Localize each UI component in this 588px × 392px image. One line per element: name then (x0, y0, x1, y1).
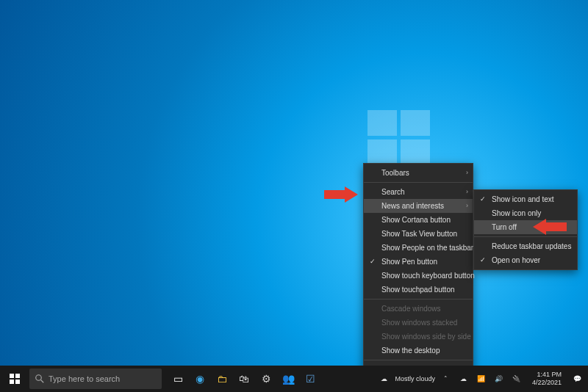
svg-point-6 (36, 375, 42, 381)
taskbar-search[interactable]: Type here to search (29, 369, 162, 389)
search-placeholder: Type here to search (49, 374, 120, 383)
svg-marker-1 (533, 219, 567, 235)
menu-stacked: Show windows stacked (364, 316, 473, 330)
system-tray: ☁ Mostly cloudy ˄ ☁ 📶 🔊 🔌 1:41 PM 4/22/2… (377, 366, 588, 392)
menu-separator (364, 299, 473, 300)
submenu-open-on-hover[interactable]: Open on hover (474, 253, 577, 267)
menu-separator (364, 182, 473, 183)
svg-rect-5 (15, 380, 20, 384)
menu-show-cortana[interactable]: Show Cortana button (364, 213, 473, 227)
menu-show-taskview[interactable]: Show Task View button (364, 227, 473, 241)
taskbar-clock[interactable]: 1:41 PM 4/22/2021 (528, 371, 566, 387)
svg-rect-2 (10, 374, 14, 378)
clock-time: 1:41 PM (532, 371, 562, 379)
pinned-store[interactable]: 🛍 (234, 366, 254, 392)
taskbar: Type here to search ▭ ◉ 🗀 🛍 ⚙ 👥 ☑ ☁ Most… (0, 366, 588, 392)
pinned-edge[interactable]: ◉ (190, 366, 210, 392)
pinned-settings[interactable]: ⚙ (256, 366, 276, 392)
weather-text: Mostly cloudy (395, 375, 435, 382)
search-icon (35, 374, 44, 383)
svg-rect-3 (15, 374, 20, 378)
menu-separator (474, 236, 577, 237)
menu-label: Toolbars (381, 169, 409, 177)
menu-cascade: Cascade windows (364, 302, 473, 316)
windows-logo-icon (10, 374, 20, 384)
pinned-explorer[interactable]: 🗀 (212, 366, 232, 392)
svg-rect-4 (10, 380, 14, 384)
taskview-button[interactable]: ▭ (168, 366, 188, 392)
menu-label: Show People on the taskbar (381, 244, 473, 252)
svg-line-7 (41, 380, 44, 383)
start-button[interactable] (0, 366, 29, 392)
tray-network-icon[interactable]: 📶 (475, 366, 488, 392)
submenu-reduce-updates[interactable]: Reduce taskbar updates (474, 239, 577, 253)
tray-chevron-up-icon[interactable]: ˄ (440, 366, 453, 392)
menu-label: Show Pen button (381, 258, 437, 266)
clock-date: 4/22/2021 (532, 379, 562, 387)
chevron-right-icon: › (466, 169, 468, 176)
chevron-right-icon: › (466, 188, 468, 195)
menu-label: Search (381, 188, 405, 196)
menu-label: Show Task View button (381, 230, 457, 238)
annotation-arrow (324, 186, 358, 203)
chevron-right-icon: › (466, 202, 468, 209)
menu-label: Show icon only (492, 209, 541, 217)
menu-show-people[interactable]: Show People on the taskbar (364, 241, 473, 255)
action-center-icon[interactable]: 💬 (570, 366, 584, 392)
menu-show-desktop[interactable]: Show the desktop (364, 344, 473, 357)
menu-label: Show windows side by side (381, 333, 471, 341)
menu-search[interactable]: Search › (364, 185, 473, 199)
menu-label: Show Cortana button (381, 216, 451, 224)
menu-separator (364, 360, 473, 360)
annotation-arrow (533, 219, 567, 235)
weather-widget[interactable]: ☁ (377, 366, 390, 392)
svg-marker-0 (324, 186, 358, 203)
menu-label: Show touchpad button (381, 286, 455, 294)
menu-sidebyside: Show windows side by side (364, 330, 473, 344)
tray-volume-icon[interactable]: 🔊 (492, 366, 506, 392)
menu-toolbars[interactable]: Toolbars › (364, 166, 473, 180)
menu-label: Show windows stacked (381, 319, 457, 327)
menu-label: Show the desktop (381, 346, 440, 355)
pinned-todo[interactable]: ☑ (300, 366, 320, 392)
submenu-icon-and-text[interactable]: Show icon and text (474, 192, 577, 206)
taskbar-context-menu: Toolbars › Search › News and interests ›… (363, 163, 473, 392)
tray-power-icon[interactable]: 🔌 (510, 366, 523, 392)
pinned-teams[interactable]: 👥 (278, 366, 298, 392)
tray-onedrive-icon[interactable]: ☁ (457, 366, 470, 392)
menu-label: Open on hover (492, 256, 540, 264)
pinned-apps: ▭ ◉ 🗀 🛍 ⚙ 👥 ☑ (168, 366, 320, 392)
menu-news-and-interests[interactable]: News and interests › (364, 199, 473, 213)
menu-show-touch-keyboard[interactable]: Show touch keyboard button (364, 269, 473, 283)
menu-label: Show touch keyboard button (381, 272, 475, 280)
menu-label: Reduce taskbar updates (492, 242, 571, 250)
menu-label: Show icon and text (492, 195, 554, 203)
menu-label: Cascade windows (381, 305, 441, 313)
menu-label: News and interests (381, 202, 444, 210)
menu-show-pen[interactable]: Show Pen button (364, 255, 473, 269)
menu-label: Turn off (492, 223, 517, 231)
menu-show-touchpad[interactable]: Show touchpad button (364, 283, 473, 297)
